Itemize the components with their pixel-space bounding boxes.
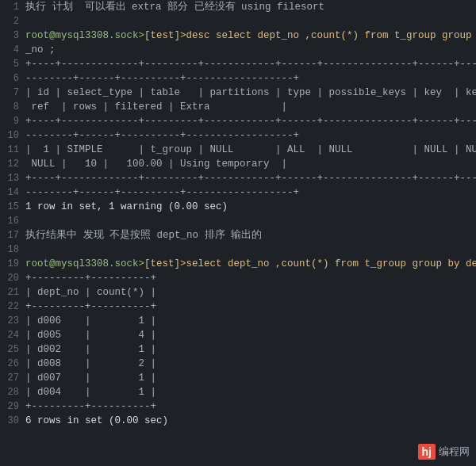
terminal-line: 22+---------+----------+	[0, 300, 476, 314]
terminal-line: 17执行结果中 发现 不是按照 dept_no 排序 输出的	[0, 228, 476, 243]
line-number: 4	[3, 43, 25, 57]
line-content: | d008 | 2 |	[25, 357, 156, 371]
terminal-line: 27| d007 | 1 |	[0, 371, 476, 385]
line-content: +---------+----------+	[25, 271, 156, 285]
line-number: 14	[3, 185, 25, 200]
logo-area: hj 编程网	[418, 444, 470, 460]
terminal-line: 9+----+-------------+---------+---------…	[0, 114, 476, 128]
line-content: +---------+----------+	[25, 300, 156, 314]
line-number: 16	[3, 214, 25, 228]
line-content: 1 row in set, 1 warning (0.00 sec)	[25, 200, 228, 214]
terminal-line: 306 rows in set (0.00 sec)	[0, 414, 476, 428]
line-number: 9	[3, 114, 25, 128]
terminal-line: 28| d004 | 1 |	[0, 385, 476, 399]
terminal: 1执行 计划 可以看出 extra 部分 已经没有 using filesort…	[0, 0, 476, 466]
line-content: +----+-------------+---------+----------…	[25, 171, 476, 185]
line-content: +----+-------------+---------+----------…	[25, 114, 476, 128]
line-content: ref | rows | filtered | Extra |	[25, 100, 287, 114]
line-number: 17	[3, 228, 25, 243]
terminal-line: 21| dept_no | count(*) |	[0, 285, 476, 300]
logo-badge: hj	[418, 444, 436, 460]
line-number: 21	[3, 285, 25, 300]
terminal-line: 12 NULL | 10 | 100.00 | Using temporary …	[0, 157, 476, 171]
line-number: 15	[3, 200, 25, 214]
line-content: NULL | 10 | 100.00 | Using temporary |	[25, 157, 287, 171]
line-number: 13	[3, 171, 25, 185]
line-content: --------+------+----------+-------------…	[25, 128, 299, 143]
terminal-line: 18	[0, 243, 476, 257]
terminal-line: 3root@mysql3308.sock>[test]>desc select …	[0, 29, 476, 43]
terminal-line: 10--------+------+----------+-----------…	[0, 128, 476, 143]
line-number: 22	[3, 300, 25, 314]
line-number: 2	[3, 14, 25, 29]
line-number: 12	[3, 157, 25, 171]
terminal-line: 23| d006 | 1 |	[0, 314, 476, 328]
line-number: 29	[3, 399, 25, 414]
line-content: +----+-------------+---------+----------…	[25, 57, 476, 71]
terminal-line: 6--------+------+----------+------------…	[0, 71, 476, 86]
line-content: root@mysql3308.sock>[test]>select dept_n…	[25, 257, 476, 271]
line-content: _no ;	[25, 43, 56, 57]
terminal-line: 8 ref | rows | filtered | Extra |	[0, 100, 476, 114]
line-number: 19	[3, 257, 25, 271]
terminal-line: 4_no ;	[0, 43, 476, 57]
line-number: 26	[3, 357, 25, 371]
line-content: --------+------+----------+-------------…	[25, 185, 299, 200]
terminal-line: 16	[0, 214, 476, 228]
line-content: | d004 | 1 |	[25, 385, 156, 399]
line-content: | d007 | 1 |	[25, 371, 156, 385]
line-number: 28	[3, 385, 25, 399]
terminal-line: 25| d002 | 1 |	[0, 342, 476, 357]
line-content: 6 rows in set (0.00 sec)	[25, 414, 168, 428]
logo-text: 编程网	[439, 445, 470, 459]
terminal-line: 2	[0, 14, 476, 29]
line-number: 10	[3, 128, 25, 143]
terminal-line: 7| id | select_type | table | partitions…	[0, 86, 476, 100]
line-number: 25	[3, 342, 25, 357]
terminal-line: 19root@mysql3308.sock>[test]>select dept…	[0, 257, 476, 271]
line-content: | d002 | 1 |	[25, 342, 156, 357]
terminal-line: 20+---------+----------+	[0, 271, 476, 285]
terminal-line: 14--------+------+----------+-----------…	[0, 185, 476, 200]
line-content: | 1 | SIMPLE | t_group | NULL | ALL | NU…	[25, 143, 476, 157]
line-content: 执行 计划 可以看出 extra 部分 已经没有 using filesort	[25, 0, 324, 14]
terminal-line: 1执行 计划 可以看出 extra 部分 已经没有 using filesort	[0, 0, 476, 14]
line-content: --------+------+----------+-------------…	[25, 71, 299, 86]
terminal-line: 26| d008 | 2 |	[0, 357, 476, 371]
line-content: +---------+----------+	[25, 399, 156, 414]
line-number: 11	[3, 143, 25, 157]
terminal-line: 24| d005 | 4 |	[0, 328, 476, 342]
terminal-line: 29+---------+----------+	[0, 399, 476, 414]
line-content: | dept_no | count(*) |	[25, 285, 156, 300]
line-number: 3	[3, 29, 25, 43]
line-number: 6	[3, 71, 25, 86]
line-number: 8	[3, 100, 25, 114]
line-number: 23	[3, 314, 25, 328]
line-number: 30	[3, 414, 25, 428]
line-number: 27	[3, 371, 25, 385]
line-content: 执行结果中 发现 不是按照 dept_no 排序 输出的	[25, 228, 262, 243]
line-number: 24	[3, 328, 25, 342]
terminal-line: 151 row in set, 1 warning (0.00 sec)	[0, 200, 476, 214]
line-number: 1	[3, 0, 25, 14]
line-content: | d005 | 4 |	[25, 328, 156, 342]
terminal-line: 11| 1 | SIMPLE | t_group | NULL | ALL | …	[0, 143, 476, 157]
terminal-line: 5+----+-------------+---------+---------…	[0, 57, 476, 71]
line-content: | d006 | 1 |	[25, 314, 156, 328]
line-number: 20	[3, 271, 25, 285]
line-content: | id | select_type | table | partitions …	[25, 86, 476, 100]
line-number: 18	[3, 243, 25, 257]
line-content: root@mysql3308.sock>[test]>desc select d…	[25, 29, 476, 43]
terminal-line: 13+----+-------------+---------+--------…	[0, 171, 476, 185]
line-number: 7	[3, 86, 25, 100]
line-number: 5	[3, 57, 25, 71]
